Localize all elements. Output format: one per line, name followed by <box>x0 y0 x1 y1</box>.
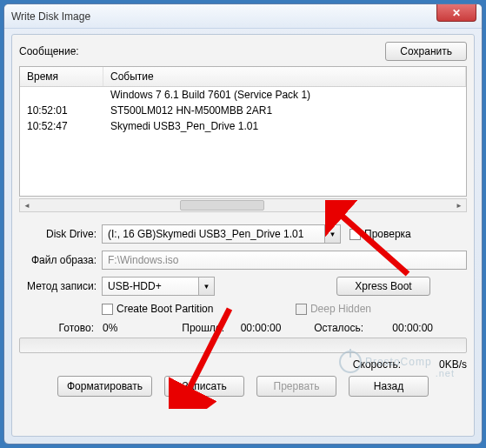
xpress-boot-button[interactable]: Xpress Boot <box>336 277 430 296</box>
message-label: Сообщение: <box>19 45 97 57</box>
verify-label: Проверка <box>364 228 411 240</box>
percent-value: 0% <box>103 322 158 334</box>
write-method-label: Метод записи: <box>19 280 102 292</box>
image-file-field[interactable]: F:\Windows.iso <box>102 251 467 270</box>
image-file-label: Файл образа: <box>19 254 102 266</box>
remain-value: 00:00:00 <box>367 322 433 334</box>
deep-hidden-checkbox <box>296 304 307 315</box>
scroll-left-icon[interactable]: ◄ <box>20 202 34 210</box>
scroll-right-icon[interactable]: ► <box>452 202 466 210</box>
watermark: ProstoComp .net <box>339 351 455 373</box>
col-event-header[interactable]: Событие <box>103 67 466 86</box>
log-row[interactable]: 10:52:01 ST500LM012 HN-M500MBB 2AR1 <box>20 103 466 118</box>
back-button[interactable]: Назад <box>349 376 429 397</box>
window: Write Disk Image ✕ Сообщение: Сохранить … <box>3 3 483 445</box>
log-event: ST500LM012 HN-M500MBB 2AR1 <box>103 103 466 118</box>
log-time: 10:52:01 <box>20 103 103 118</box>
log-event: Windows 7 6.1 Build 7601 (Service Pack 1… <box>103 87 466 103</box>
close-button[interactable]: ✕ <box>436 4 476 22</box>
titlebar: Write Disk Image <box>4 4 482 29</box>
log-header: Время Событие <box>20 67 466 87</box>
create-boot-label: Create Boot Partition <box>117 303 213 315</box>
watermark-suffix: .net <box>436 368 455 378</box>
save-button[interactable]: Сохранить <box>385 42 467 61</box>
verify-checkbox[interactable] <box>350 229 361 240</box>
write-method-select[interactable]: USB-HDD+ ▼ <box>102 277 215 296</box>
log-row[interactable]: Windows 7 6.1 Build 7601 (Service Pack 1… <box>20 87 466 103</box>
scroll-thumb[interactable] <box>180 200 263 211</box>
write-button[interactable]: Записать <box>164 376 244 397</box>
format-button[interactable]: Форматировать <box>57 376 152 397</box>
image-file-value: F:\Windows.iso <box>108 254 178 266</box>
ready-label: Готово: <box>19 322 99 334</box>
create-boot-checkbox[interactable] <box>102 304 113 315</box>
disk-drive-select[interactable]: (I:, 16 GB)Skymedi USB3_Pen_Drive 1.01 ▼ <box>102 224 341 244</box>
log-event: Skymedi USB3_Pen_Drive 1.01 <box>103 118 466 134</box>
elapsed-value: 00:00:00 <box>228 322 294 334</box>
deep-hidden-label: Deep Hidden <box>310 303 371 315</box>
write-method-value: USB-HDD+ <box>108 280 162 292</box>
elapsed-label: Прошло: <box>162 322 224 334</box>
disk-drive-value: (I:, 16 GB)Skymedi USB3_Pen_Drive 1.01 <box>108 228 303 240</box>
horizontal-scrollbar[interactable]: ◄ ► <box>19 198 467 212</box>
disk-drive-label: Disk Drive: <box>19 228 102 240</box>
window-title: Write Disk Image <box>11 10 90 23</box>
log-row[interactable]: 10:52:47 Skymedi USB3_Pen_Drive 1.01 <box>20 118 466 134</box>
log-time <box>20 87 103 103</box>
log-time: 10:52:47 <box>20 118 103 134</box>
abort-button: Прервать <box>256 376 336 397</box>
client-area: Сообщение: Сохранить Время Событие Windo… <box>11 34 475 437</box>
power-icon <box>339 351 362 373</box>
remain-label: Осталось: <box>297 322 363 334</box>
col-time-header[interactable]: Время <box>20 67 103 86</box>
annotation-arrow-icon <box>325 200 421 287</box>
watermark-text: ProstoComp <box>365 356 432 368</box>
chevron-down-icon: ▼ <box>198 277 214 295</box>
log-listview[interactable]: Время Событие Windows 7 6.1 Build 7601 (… <box>19 66 467 197</box>
close-icon: ✕ <box>452 7 461 19</box>
chevron-down-icon: ▼ <box>324 225 340 243</box>
